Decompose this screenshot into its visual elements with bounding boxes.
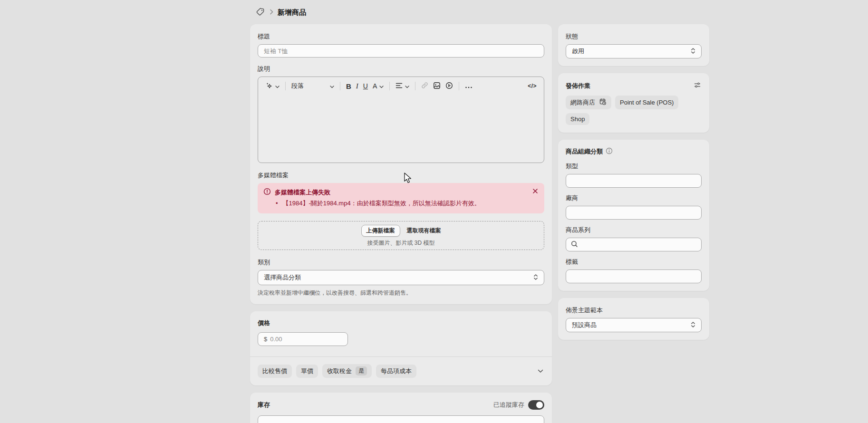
cost-per-item-chip[interactable]: 每品項成本 (376, 365, 416, 378)
price-input[interactable] (270, 336, 342, 343)
price-field: $ (258, 332, 348, 346)
toolbar-divider (285, 82, 286, 90)
category-select-value: 選擇商品分類 (264, 273, 301, 282)
theme-template-label: 佈景主題範本 (566, 306, 702, 315)
media-error-detail: 【1984】-關於1984.mp4：由於檔案類型無效，所以無法確認影片有效。 (263, 199, 539, 208)
bold-button[interactable]: B (344, 80, 354, 92)
chevron-down-icon (405, 82, 409, 90)
magic-sparkle-icon (265, 82, 273, 91)
breadcrumb-chevron-icon (270, 9, 273, 16)
title-input[interactable] (258, 44, 544, 58)
alignment-button[interactable] (393, 80, 412, 92)
unit-price-chip[interactable]: 單價 (296, 365, 318, 378)
media-dropzone[interactable]: 上傳新檔案 選取現有檔案 接受圖片、影片或 3D 模型 (258, 221, 544, 250)
category-select[interactable]: 選擇商品分類 (258, 270, 544, 285)
image-icon (433, 82, 441, 91)
toolbar-divider (415, 82, 415, 90)
text-color-label: A (373, 82, 377, 90)
pricing-options-row: 比較售價 單價 收取稅金 是 每品項成本 (258, 364, 544, 378)
channel-online-store-chip[interactable]: 網路商店 (566, 96, 611, 109)
editor-toolbar: 段落 B I U A (258, 77, 544, 95)
chevron-down-icon (379, 82, 384, 90)
category-label: 類別 (258, 258, 544, 267)
page-content: 標題 說明 (250, 24, 709, 423)
more-options-button[interactable] (463, 80, 475, 92)
inventory-tracked-label: 已追蹤庫存 (493, 401, 524, 409)
organization-title: 商品組織分類 (566, 147, 603, 156)
ai-magic-button[interactable] (263, 80, 282, 93)
italic-button[interactable]: I (354, 80, 361, 92)
inventory-quantity-input[interactable] (258, 415, 544, 423)
products-breadcrumb-button[interactable] (256, 7, 265, 18)
sales-channels-list: 網路商店 Point of Sale (POS) Shop (566, 96, 702, 125)
toolbar-divider (459, 82, 459, 90)
vendor-label: 廠商 (566, 193, 702, 203)
publishing-title: 發佈作業 (566, 82, 590, 90)
tag-icon (256, 7, 265, 18)
charge-tax-label: 收取稅金 (327, 367, 352, 375)
link-icon (421, 82, 428, 90)
collections-field (566, 238, 702, 251)
status-card: 狀態 啟用 (558, 24, 709, 66)
align-left-icon (395, 82, 403, 90)
alert-circle-icon (263, 188, 271, 197)
pricing-card: 價格 $ 比較售價 單價 收取稅金 是 每品項成本 (250, 311, 552, 385)
code-view-button[interactable]: </> (525, 81, 539, 91)
sidebar: 狀態 啟用 發佈作業 (558, 24, 709, 340)
media-accept-hint: 接受圖片、影片或 3D 模型 (367, 239, 434, 247)
category-hint: 決定稅率並新增中繼欄位，以改善搜尋、篩選和跨管道銷售。 (258, 289, 544, 297)
paragraph-style-dropdown[interactable]: 段落 (289, 80, 337, 92)
main-column: 標題 說明 (250, 24, 552, 423)
collections-input[interactable] (581, 241, 696, 248)
ellipsis-icon (465, 82, 473, 90)
tags-input[interactable] (566, 269, 702, 283)
play-circle-icon (445, 82, 453, 91)
info-icon[interactable] (606, 147, 613, 156)
charge-tax-value-badge: 是 (356, 366, 367, 375)
channel-shop-chip[interactable]: Shop (566, 113, 589, 125)
chevron-down-icon (275, 82, 280, 90)
theme-template-select[interactable]: 預設商品 (566, 318, 702, 332)
type-input[interactable] (566, 174, 702, 188)
status-select-value: 啟用 (572, 47, 584, 56)
paragraph-style-label: 段落 (291, 82, 304, 90)
currency-prefix: $ (264, 336, 267, 343)
underline-button[interactable]: U (361, 80, 370, 92)
media-label: 多媒體檔案 (258, 171, 544, 180)
compare-price-chip[interactable]: 比較售價 (258, 365, 292, 378)
product-organization-card: 商品組織分類 類型 廠商 商品系列 (558, 140, 709, 291)
description-label: 說明 (258, 64, 544, 74)
description-editor[interactable]: 段落 B I U A (258, 77, 544, 163)
search-icon (571, 240, 578, 249)
vendor-input[interactable] (566, 206, 702, 220)
chevron-down-icon (330, 83, 334, 90)
expand-pricing-button[interactable] (537, 366, 544, 375)
status-select[interactable]: 啟用 (566, 44, 702, 58)
upload-new-file-button[interactable]: 上傳新檔案 (361, 225, 400, 237)
select-chevrons-icon (691, 48, 695, 56)
media-error-detail-text: 【1984】-關於1984.mp4：由於檔案類型無效，所以無法確認影片有效。 (283, 199, 481, 208)
insert-video-button[interactable] (443, 80, 455, 93)
inventory-tracked-toggle[interactable] (528, 400, 544, 410)
title-label: 標題 (258, 32, 544, 41)
channel-pos-chip[interactable]: Point of Sale (POS) (615, 96, 678, 109)
page-title: 新增商品 (278, 8, 306, 17)
dismiss-error-button[interactable] (532, 188, 538, 195)
toolbar-divider (389, 82, 390, 90)
description-textarea[interactable] (258, 95, 544, 163)
theme-template-card: 佈景主題範本 預設商品 (558, 298, 709, 340)
toggle-knob (536, 402, 543, 408)
product-details-card: 標題 說明 (250, 24, 552, 304)
media-error-title: 多媒體檔案上傳失敗 (275, 188, 330, 197)
close-icon (532, 188, 538, 195)
channel-online-store-label: 網路商店 (570, 98, 595, 107)
theme-template-value: 預設商品 (572, 321, 597, 329)
select-existing-file-button[interactable]: 選取現有檔案 (407, 227, 441, 235)
charge-tax-chip[interactable]: 收取稅金 是 (322, 364, 372, 378)
manage-sales-channels-button[interactable] (693, 81, 702, 91)
insert-image-button[interactable] (431, 80, 443, 93)
text-color-button[interactable]: A (370, 80, 386, 92)
calendar-clock-icon (599, 98, 607, 107)
link-button[interactable] (419, 80, 431, 92)
select-chevrons-icon (691, 321, 695, 329)
